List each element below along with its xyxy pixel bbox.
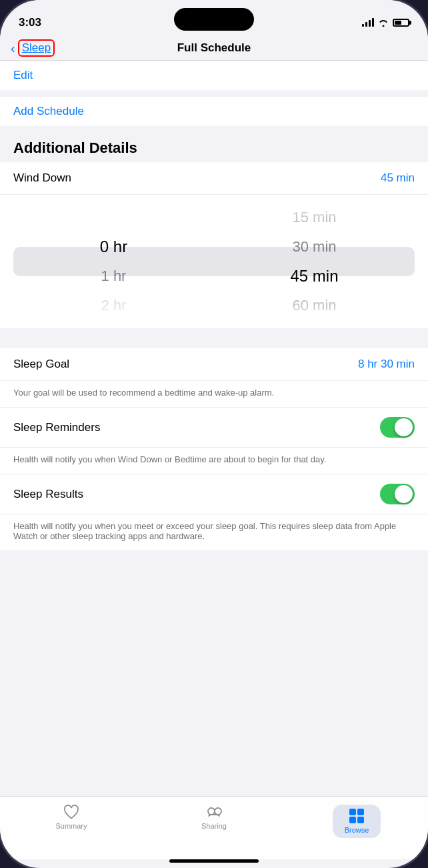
picker-item-hour-plus3[interactable]: 3 hr [13,320,214,328]
picker-item-min-75[interactable] [214,320,415,328]
add-schedule-label[interactable]: Add Schedule [13,105,84,118]
wind-down-label: Wind Down [13,171,71,185]
tab-summary[interactable]: Summary [0,802,143,841]
sleep-goal-description: Your goal will be used to recommend a be… [0,381,428,408]
sleep-goal-row[interactable]: Sleep Goal 8 hr 30 min [0,348,428,381]
edit-card: Edit [0,61,428,90]
content-area: Edit Add Schedule Additional Details Win… [0,61,428,796]
tab-summary-label: Summary [55,822,87,830]
edit-label[interactable]: Edit [13,69,33,82]
sleep-settings-card: Sleep Goal 8 hr 30 min Your goal will be… [0,348,428,550]
sharing-icon [205,805,223,819]
nav-bar: ‹ Sleep Full Schedule [0,36,428,61]
tab-browse[interactable]: Browse [285,802,428,841]
wind-down-row[interactable]: Wind Down 45 min [0,162,428,195]
sleep-reminders-row[interactable]: Sleep Reminders [0,408,428,448]
home-indicator [169,859,259,863]
tab-sharing[interactable]: Sharing [143,802,285,841]
battery-icon [393,19,409,27]
back-label[interactable]: Sleep [18,39,55,57]
status-icons [362,19,409,27]
add-schedule-card: Add Schedule [0,97,428,126]
picker-item-hour-selected[interactable]: 0 hr [13,232,214,262]
sleep-results-row[interactable]: Sleep Results [0,474,428,514]
picker-container[interactable]: 0 hr 1 hr 2 hr 3 hr 00 min 15 min 30 min… [0,195,428,328]
nav-title: Full Schedule [177,41,251,55]
sleep-goal-label: Sleep Goal [13,358,69,371]
additional-details-header: Additional Details [0,126,428,162]
gap-1 [0,90,428,97]
tab-bar: Summary Sharing [0,796,428,859]
picker-item-min-30[interactable]: 30 min [214,232,415,262]
sleep-reminders-toggle[interactable] [380,417,415,438]
back-chevron-icon: ‹ [11,41,15,55]
wind-down-value[interactable]: 45 min [381,171,415,185]
hours-picker-column[interactable]: 0 hr 1 hr 2 hr 3 hr [13,195,214,328]
picker-item-hour-minus2[interactable] [13,195,214,203]
tab-sharing-label: Sharing [201,822,227,830]
picker-item-hour-minus1[interactable] [13,203,214,232]
picker-item-min-selected[interactable]: 45 min [214,262,415,291]
gap-2 [0,328,428,348]
sleep-goal-value[interactable]: 8 hr 30 min [358,358,415,371]
sleep-reminders-label: Sleep Reminders [13,421,100,434]
svg-point-0 [208,808,215,815]
tab-browse-active-bg: Browse [333,805,381,838]
picker-item-min-60[interactable]: 60 min [214,291,415,320]
phone-screen: 3:03 [0,0,428,868]
minutes-picker-column[interactable]: 00 min 15 min 30 min 45 min 60 min [214,195,415,328]
picker-item-hour-plus2[interactable]: 2 hr [13,291,214,320]
browse-icon [349,809,364,823]
wifi-icon [378,19,389,27]
edit-row[interactable]: Edit [0,61,428,90]
sleep-reminders-description: Health will notify you when Wind Down or… [0,448,428,474]
picker-item-min-00[interactable]: 00 min [214,195,415,203]
picker-item-min-15[interactable]: 15 min [214,203,415,232]
bottom-padding [0,550,428,564]
phone-frame: 3:03 [0,0,428,868]
signal-icon [362,19,374,27]
picker-item-hour-plus1[interactable]: 1 hr [13,262,214,291]
sleep-results-toggle[interactable] [380,484,415,504]
wind-down-card: Wind Down 45 min 0 hr 1 hr 2 hr [0,162,428,328]
sleep-results-label: Sleep Results [13,488,83,501]
back-button[interactable]: ‹ Sleep [11,39,55,57]
svg-point-1 [215,808,221,815]
add-schedule-row[interactable]: Add Schedule [0,97,428,126]
status-time: 3:03 [19,16,41,29]
dynamic-island [174,8,254,31]
sleep-results-description: Health will notify you when you meet or … [0,514,428,550]
tab-browse-label: Browse [345,826,369,834]
heart-icon [63,805,79,819]
